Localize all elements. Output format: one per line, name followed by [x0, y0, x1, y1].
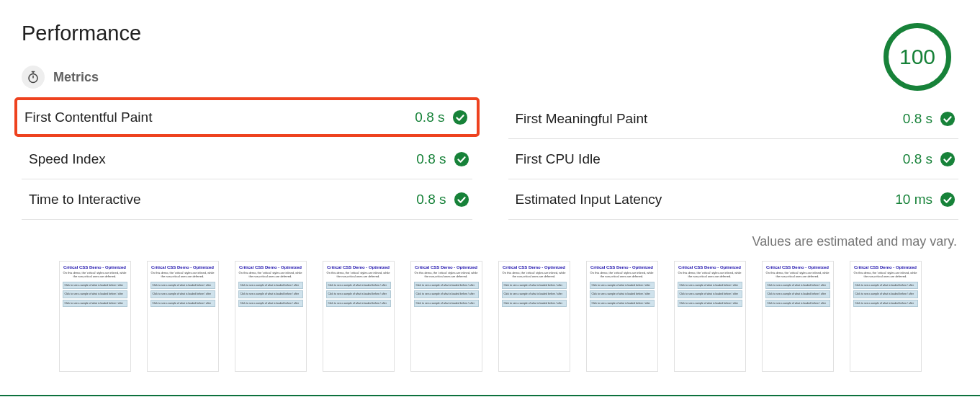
metric-first-contentful-paint[interactable]: First Contentful Paint 0.8 s	[14, 97, 480, 137]
thumb-desc: On this demo, the 'critical' styles are …	[853, 272, 918, 279]
thumb-box: Click to see a sample of what is loaded …	[238, 282, 303, 290]
metric-first-meaningful-paint[interactable]: First Meaningful Paint 0.8 s	[508, 99, 959, 139]
thumb-box: Click to see a sample of what is loaded …	[150, 282, 215, 290]
thumb-box: Click to see a sample of what is loaded …	[502, 290, 567, 298]
thumb-desc: On this demo, the 'critical' styles are …	[414, 272, 479, 279]
metric-value: 0.8 s	[903, 151, 932, 167]
thumb-box: Click to see a sample of what is loaded …	[502, 300, 567, 308]
metric-time-to-interactive[interactable]: Time to Interactive 0.8 s	[22, 179, 472, 220]
svg-point-6	[454, 151, 468, 166]
metric-label: First Meaningful Paint	[508, 111, 903, 127]
thumb-title: Critical CSS Demo - Optimized	[766, 265, 829, 270]
filmstrip-frame[interactable]: Critical CSS Demo - OptimizedOn this dem…	[762, 261, 834, 372]
filmstrip-frame[interactable]: Critical CSS Demo - OptimizedOn this dem…	[498, 261, 570, 372]
check-circle-icon	[452, 110, 468, 125]
check-circle-icon	[454, 151, 469, 167]
metrics-section-header: Metrics	[22, 66, 958, 89]
score-badge: 100	[884, 23, 951, 91]
thumb-desc: On this demo, the 'critical' styles are …	[63, 272, 127, 279]
filmstrip-frame[interactable]: Critical CSS Demo - OptimizedOn this dem…	[586, 261, 658, 372]
metric-label: Time to Interactive	[22, 192, 416, 208]
thumb-box: Click to see a sample of what is loaded …	[853, 290, 918, 298]
stopwatch-icon	[22, 66, 45, 89]
thumb-box: Click to see a sample of what is loaded …	[238, 300, 303, 308]
thumb-box: Click to see a sample of what is loaded …	[63, 290, 127, 298]
metrics-grid: First Contentful Paint 0.8 s First Meani…	[22, 99, 958, 220]
filmstrip-frame[interactable]: Critical CSS Demo - OptimizedOn this dem…	[59, 261, 131, 372]
thumb-box: Click to see a sample of what is loaded …	[853, 300, 918, 308]
thumb-desc: On this demo, the 'critical' styles are …	[678, 272, 742, 279]
thumb-desc: On this demo, the 'critical' styles are …	[150, 272, 215, 279]
filmstrip: Critical CSS Demo - OptimizedOn this dem…	[22, 258, 958, 395]
metric-value: 0.8 s	[415, 110, 444, 125]
thumb-title: Critical CSS Demo - Optimized	[239, 265, 302, 270]
metric-label: Speed Index	[22, 151, 416, 167]
check-circle-icon	[940, 111, 956, 127]
thumb-box: Click to see a sample of what is loaded …	[63, 282, 127, 290]
thumb-box: Click to see a sample of what is loaded …	[590, 282, 655, 290]
thumb-title: Critical CSS Demo - Optimized	[151, 265, 214, 270]
filmstrip-frame[interactable]: Critical CSS Demo - OptimizedOn this dem…	[674, 261, 746, 372]
thumb-box: Click to see a sample of what is loaded …	[678, 290, 742, 298]
thumb-desc: On this demo, the 'critical' styles are …	[590, 272, 655, 279]
thumb-title: Critical CSS Demo - Optimized	[854, 265, 917, 270]
thumb-box: Click to see a sample of what is loaded …	[678, 282, 742, 290]
thumb-box: Click to see a sample of what is loaded …	[63, 300, 127, 308]
thumb-title: Critical CSS Demo - Optimized	[678, 265, 741, 270]
thumb-title: Critical CSS Demo - Optimized	[590, 265, 653, 270]
metric-first-cpu-idle[interactable]: First CPU Idle 0.8 s	[508, 139, 959, 179]
metric-speed-index[interactable]: Speed Index 0.8 s	[22, 139, 472, 179]
filmstrip-frame[interactable]: Critical CSS Demo - OptimizedOn this dem…	[410, 261, 482, 372]
check-circle-icon	[940, 192, 956, 208]
thumb-box: Click to see a sample of what is loaded …	[765, 290, 830, 298]
thumb-box: Click to see a sample of what is loaded …	[590, 300, 655, 308]
filmstrip-frame[interactable]: Critical CSS Demo - OptimizedOn this dem…	[323, 261, 395, 372]
metric-value: 10 ms	[895, 192, 932, 208]
svg-point-5	[940, 111, 955, 125]
thumb-desc: On this demo, the 'critical' styles are …	[238, 272, 303, 279]
thumb-box: Click to see a sample of what is loaded …	[326, 300, 391, 308]
metric-label: First Contentful Paint	[23, 110, 415, 125]
thumb-box: Click to see a sample of what is loaded …	[150, 300, 215, 308]
thumb-title: Critical CSS Demo - Optimized	[503, 265, 565, 270]
thumb-title: Critical CSS Demo - Optimized	[415, 265, 477, 270]
thumb-box: Click to see a sample of what is loaded …	[590, 290, 655, 298]
svg-point-9	[940, 192, 955, 206]
filmstrip-frame[interactable]: Critical CSS Demo - OptimizedOn this dem…	[235, 261, 307, 372]
thumb-box: Click to see a sample of what is loaded …	[414, 282, 479, 290]
footnote: Values are estimated and may vary.	[22, 234, 957, 249]
filmstrip-frame[interactable]: Critical CSS Demo - OptimizedOn this dem…	[147, 261, 219, 372]
thumb-box: Click to see a sample of what is loaded …	[238, 290, 303, 298]
metric-value: 0.8 s	[416, 192, 446, 208]
filmstrip-frame[interactable]: Critical CSS Demo - OptimizedOn this dem…	[850, 261, 922, 372]
thumb-box: Click to see a sample of what is loaded …	[414, 290, 479, 298]
svg-point-4	[452, 110, 467, 124]
thumb-box: Click to see a sample of what is loaded …	[853, 282, 918, 290]
thumb-box: Click to see a sample of what is loaded …	[678, 300, 742, 308]
score-value: 100	[899, 45, 935, 69]
thumb-box: Click to see a sample of what is loaded …	[326, 282, 391, 290]
thumb-desc: On this demo, the 'critical' styles are …	[502, 272, 567, 279]
performance-report: Performance 100 Metrics First Contentful…	[0, 0, 980, 396]
thumb-desc: On this demo, the 'critical' styles are …	[326, 272, 391, 279]
thumb-box: Click to see a sample of what is loaded …	[765, 282, 830, 290]
page-title: Performance	[22, 22, 141, 45]
thumb-box: Click to see a sample of what is loaded …	[150, 290, 215, 298]
report-header: Performance	[22, 22, 958, 66]
metric-value: 0.8 s	[416, 151, 446, 167]
svg-point-8	[454, 192, 468, 206]
metric-value: 0.8 s	[903, 111, 932, 127]
metric-estimated-input-latency[interactable]: Estimated Input Latency 10 ms	[508, 179, 959, 220]
thumb-box: Click to see a sample of what is loaded …	[326, 290, 391, 298]
check-circle-icon	[454, 192, 469, 208]
check-circle-icon	[940, 151, 956, 167]
metric-label: Estimated Input Latency	[508, 192, 896, 208]
thumb-title: Critical CSS Demo - Optimized	[327, 265, 390, 270]
thumb-desc: On this demo, the 'critical' styles are …	[765, 272, 830, 279]
svg-point-7	[940, 151, 955, 166]
thumb-box: Click to see a sample of what is loaded …	[502, 282, 567, 290]
thumb-title: Critical CSS Demo - Optimized	[63, 265, 126, 270]
thumb-box: Click to see a sample of what is loaded …	[765, 300, 830, 308]
metric-label: First CPU Idle	[508, 151, 903, 167]
thumb-box: Click to see a sample of what is loaded …	[414, 300, 479, 308]
